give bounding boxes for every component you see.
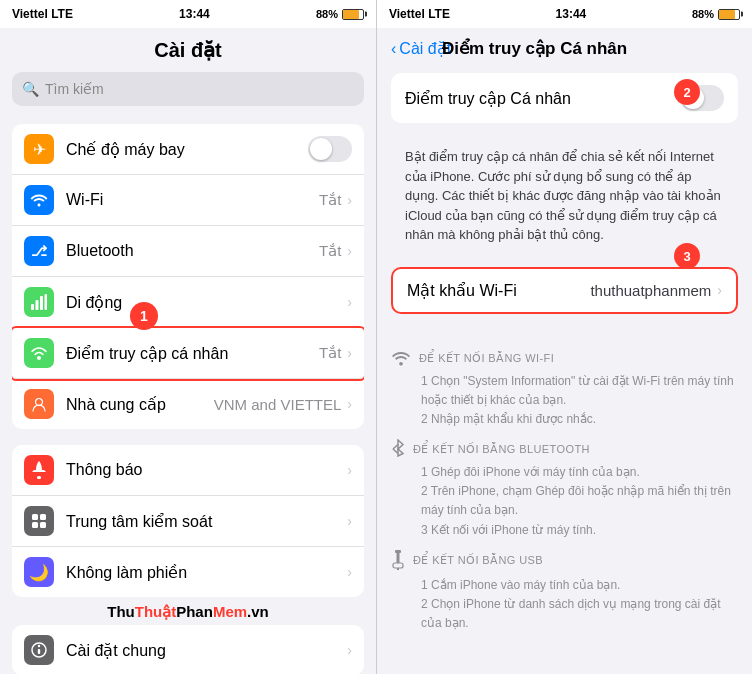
right-carrier: Viettel LTE [389, 7, 450, 21]
control-chevron: › [347, 513, 352, 529]
notifications-icon [24, 455, 54, 485]
airplane-icon: ✈ [24, 134, 54, 164]
cellular-label: Di động [66, 293, 347, 312]
right-battery-pct: 88% [692, 8, 714, 20]
right-content-scroll[interactable]: Điểm truy cập Cá nhân Bật điểm truy cập … [377, 65, 752, 653]
general-chevron: › [347, 642, 352, 658]
left-page-title: Cài đặt [0, 38, 376, 62]
general-icon [24, 635, 54, 665]
left-panel: Viettel LTE 13:44 88% Cài đặt 🔍 Tìm kiếm… [0, 0, 376, 674]
settings-item-cellular[interactable]: Di động › [12, 277, 364, 328]
svg-rect-10 [40, 522, 46, 528]
hotspot-icon [24, 338, 54, 368]
cellular-chevron: › [347, 294, 352, 310]
wifi-password-chevron-icon: › [717, 282, 722, 298]
settings-group-general: Cài đặt chung › [12, 625, 364, 674]
right-status-left: Viettel LTE [389, 7, 450, 21]
carrier-label: Nhà cung cấp [66, 395, 214, 414]
bt-steps: 1 Ghép đôi iPhone với máy tính của bạn. … [391, 463, 738, 540]
right-status-right: 88% [692, 8, 740, 20]
right-battery-fill [719, 10, 735, 19]
airplane-label: Chế độ máy bay [66, 140, 308, 159]
usb-section-icon [391, 550, 405, 572]
hotspot-value: Tắt [319, 344, 341, 362]
bt-section-title: ĐỂ KẾT NỐI BẰNG BLUETOOTH [391, 439, 738, 459]
wifi-password-row[interactable]: Mật khẩu Wi-Fi thuthuatphanmem › [391, 267, 738, 314]
dnd-icon: 🌙 [24, 557, 54, 587]
right-panel: Viettel LTE 13:44 88% ‹ Cài đặt Điểm tru… [376, 0, 752, 674]
svg-rect-0 [31, 304, 34, 310]
hotspot-chevron: › [347, 345, 352, 361]
settings-item-control[interactable]: Trung tâm kiểm soát › [12, 496, 364, 547]
bluetooth-label: Bluetooth [66, 242, 319, 260]
left-battery-icon [342, 9, 364, 20]
wifi-section-icon [391, 350, 411, 368]
right-status-bar: Viettel LTE 13:44 88% [377, 0, 752, 28]
right-nav-header: ‹ Cài đặt Điểm truy cập Cá nhân [377, 28, 752, 65]
svg-point-4 [37, 356, 41, 360]
carrier-icon [24, 389, 54, 419]
left-nav-header: Cài đặt [0, 28, 376, 68]
svg-rect-1 [36, 300, 39, 310]
svg-rect-7 [32, 514, 38, 520]
watermark: ThuThuậtPhanMem.vn [0, 597, 376, 625]
usb-instructions-section: ĐỂ KẾT NỐI BẰNG USB 1 Cắm iPhone vào máy… [391, 550, 738, 634]
svg-rect-2 [40, 296, 43, 310]
bt-section-icon [391, 439, 405, 459]
svg-rect-9 [32, 522, 38, 528]
settings-item-carrier[interactable]: Nhà cung cấp VNM and VIETTEL › [12, 379, 364, 429]
right-time: 13:44 [556, 7, 587, 21]
watermark-thuat: Thuật [135, 603, 176, 620]
airplane-toggle[interactable] [308, 136, 352, 162]
left-status-left: Viettel LTE [12, 7, 73, 21]
general-label: Cài đặt chung [66, 641, 347, 660]
dnd-label: Không làm phiền [66, 563, 347, 582]
settings-item-general[interactable]: Cài đặt chung › [12, 625, 364, 674]
wifi-value: Tắt [319, 191, 341, 209]
svg-rect-8 [40, 514, 46, 520]
wifi-password-label: Mật khẩu Wi-Fi [407, 281, 590, 300]
svg-rect-16 [395, 550, 401, 553]
left-battery-fill [343, 10, 359, 19]
watermark-vn: .vn [247, 603, 269, 620]
carrier-chevron: › [347, 396, 352, 412]
bluetooth-icon: ⎇ [24, 236, 54, 266]
left-search-bar[interactable]: 🔍 Tìm kiếm [12, 72, 364, 106]
wifi-chevron: › [347, 192, 352, 208]
wifi-icon [24, 185, 54, 215]
settings-list: ✈ Chế độ máy bay Wi-Fi [0, 114, 376, 674]
left-carrier: Viettel LTE [12, 7, 73, 21]
wifi-instructions-section: ĐỂ KẾT NỐI BẰNG WI-FI 1 Chọn "System Inf… [391, 350, 738, 430]
settings-item-hotspot[interactable]: Điểm truy cập cá nhân Tắt › [12, 328, 364, 379]
notifications-chevron: › [347, 462, 352, 478]
settings-item-airplane[interactable]: ✈ Chế độ máy bay [12, 124, 364, 175]
settings-item-notifications[interactable]: Thông báo › [12, 445, 364, 496]
airplane-toggle-knob [310, 138, 332, 160]
svg-rect-6 [37, 476, 41, 479]
settings-group-system: Thông báo › Trung tâm kiểm soát › [12, 445, 364, 597]
wifi-password-value: thuthuatphanmem [590, 282, 711, 299]
annotation-badge-1: 1 [130, 302, 158, 330]
bluetooth-instructions-section: ĐỂ KẾT NỐI BẰNG BLUETOOTH 1 Ghép đôi iPh… [391, 439, 738, 540]
left-status-right: 88% [316, 8, 364, 20]
hotspot-description: Bật điểm truy cập cá nhân để chia sẻ kết… [391, 139, 738, 257]
svg-rect-13 [38, 649, 40, 654]
carrier-value: VNM and VIETTEL [214, 396, 342, 413]
hotspot-toggle-label: Điểm truy cập Cá nhân [405, 89, 680, 108]
settings-item-wifi[interactable]: Wi-Fi Tắt › [12, 175, 364, 226]
watermark-thu: Thu [107, 603, 135, 620]
svg-rect-3 [45, 294, 48, 310]
wifi-label: Wi-Fi [66, 191, 319, 209]
left-battery-pct: 88% [316, 8, 338, 20]
settings-item-bluetooth[interactable]: ⎇ Bluetooth Tắt › [12, 226, 364, 277]
search-icon: 🔍 [22, 81, 39, 97]
settings-item-dnd[interactable]: 🌙 Không làm phiền › [12, 547, 364, 597]
right-page-title: Điểm truy cập Cá nhân [391, 38, 678, 59]
wifi-section-title: ĐỂ KẾT NỐI BẰNG WI-FI [391, 350, 738, 368]
right-battery-icon [718, 9, 740, 20]
hotspot-label: Điểm truy cập cá nhân [66, 344, 319, 363]
notifications-label: Thông báo [66, 461, 347, 479]
usb-section-title: ĐỂ KẾT NỐI BẰNG USB [391, 550, 738, 572]
svg-point-12 [38, 645, 40, 647]
annotation-badge-3: 3 [674, 243, 700, 269]
